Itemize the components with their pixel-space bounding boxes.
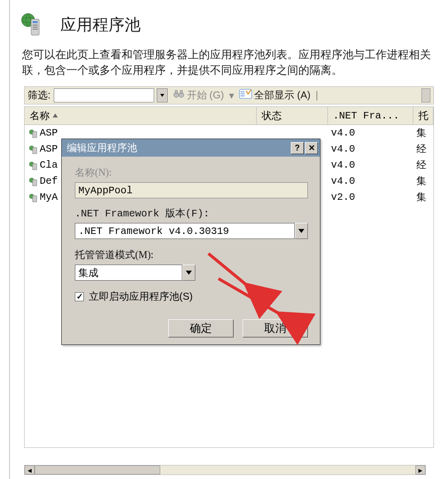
svg-rect-10 [180,90,182,93]
chevron-down-icon [186,271,192,275]
column-name[interactable]: 名称 [25,107,257,125]
showall-icon [239,89,252,101]
check-icon: ✓ [76,292,83,301]
go-label: 开始 (G) [187,88,224,102]
svg-rect-4 [33,25,38,26]
cancel-button[interactable]: 取消 [243,319,308,337]
svg-rect-21 [33,196,37,202]
svg-rect-5 [33,27,38,28]
framework-label: .NET Framework 版本(F): [75,206,308,220]
showall-label: 全部显示 (A) [254,88,310,102]
scroll-thumb[interactable] [35,465,160,474]
dropdown-button[interactable] [295,223,308,239]
scroll-left-button[interactable]: ◂ [25,465,35,474]
name-input [75,182,308,198]
binoculars-icon [173,88,185,102]
dialog-titlebar[interactable]: 编辑应用程序池 ? ✕ [62,139,320,157]
mode-label: 托管管道模式(M): [75,248,308,262]
page-description: 您可以在此页上查看和管理服务器上的应用程序池列表。应用程序池与工作进程相关联，包… [10,47,448,86]
framework-select[interactable]: .NET Framework v4.0.30319 [75,223,308,239]
svg-rect-13 [33,132,37,138]
header: 应用程序池 [10,0,448,47]
pool-icon [28,128,38,138]
toolbar-overflow[interactable] [421,88,430,102]
filter-input[interactable] [54,88,154,102]
dialog-title: 编辑应用程序池 [67,141,290,155]
close-icon: ✕ [308,143,315,153]
mode-value: 集成 [75,265,182,281]
page-title: 应用程序池 [60,14,141,36]
name-label: 名称(N): [75,166,308,179]
toolbar: 筛选: 开始 (G) ▾ 全部显示 (A) | [24,86,434,104]
svg-rect-15 [33,148,37,154]
separator-pipe: | [315,89,318,101]
app-pool-icon [20,12,44,38]
column-status[interactable]: 状态 [257,107,328,125]
close-button[interactable]: ✕ [305,142,318,154]
dialog-buttons: 确定 取消 [75,316,308,337]
dropdown-button[interactable] [182,265,195,281]
dialog-body: 名称(N): .NET Framework 版本(F): .NET Framew… [62,157,320,344]
pool-icon [28,192,38,202]
pool-icon [28,144,38,154]
horizontal-scrollbar[interactable]: ◂ ▸ [24,465,426,475]
separator: ▾ [229,89,234,101]
column-managed[interactable]: 托 [413,107,433,125]
sort-asc-icon [53,113,58,117]
show-all-button[interactable]: 全部显示 (A) [237,88,312,102]
pool-icon [28,176,38,186]
pool-icon [28,160,38,170]
filter-dropdown-button[interactable] [157,88,168,102]
filter-label: 筛选: [28,88,51,102]
autostart-label: 立即启动应用程序池(S) [89,290,193,303]
scroll-right-button[interactable]: ▸ [415,465,425,474]
svg-rect-9 [175,90,177,93]
column-net-framework[interactable]: .NET Fra... [328,107,413,125]
svg-rect-19 [33,180,37,186]
autostart-checkbox[interactable]: ✓ [75,292,84,301]
help-button[interactable]: ? [291,142,304,154]
pipeline-mode-select[interactable]: 集成 [75,265,195,281]
svg-rect-6 [33,29,38,30]
table-header: 名称 状态 .NET Fra... 托 [25,107,433,125]
svg-rect-3 [33,21,38,23]
ok-button[interactable]: 确定 [168,319,234,337]
edit-app-pool-dialog: 编辑应用程序池 ? ✕ 名称(N): .NET Framework 版本(F):… [61,139,320,345]
svg-rect-17 [33,164,37,170]
framework-value: .NET Framework v4.0.30319 [75,223,295,239]
chevron-down-icon [298,229,304,233]
go-button[interactable]: 开始 (G) [171,88,226,102]
autostart-checkbox-row[interactable]: ✓ 立即启动应用程序池(S) [75,290,308,303]
